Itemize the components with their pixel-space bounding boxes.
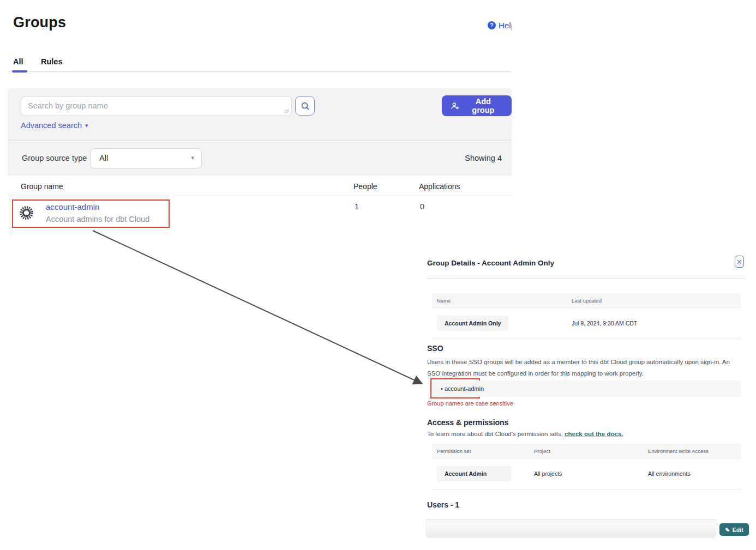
case-sensitive-warning: Group names are case sensitive <box>427 400 513 407</box>
table-header-divider <box>8 196 512 196</box>
permission-set-badge: Account Admin <box>437 466 511 481</box>
access-description: To learn more about dbt Cloud's permissi… <box>427 431 623 437</box>
applications-count: 0 <box>420 202 424 211</box>
filter-panel: Add group Advanced search ▾ Group source… <box>8 88 512 176</box>
panel-footer-bar <box>425 519 717 538</box>
sso-description: Users in these SSO groups will be added … <box>427 356 742 380</box>
add-group-label: Add group <box>464 97 503 114</box>
group-source-type-label: Group source type <box>22 154 87 162</box>
sso-group-list: account-admin <box>433 380 741 397</box>
last-updated-value: Jul 9, 2024, 9:30 AM CDT <box>567 312 741 334</box>
help-label: Help <box>499 21 512 30</box>
groups-admin-page: Groups ? Help All Rules <box>0 0 756 550</box>
tabs-divider <box>8 71 512 72</box>
help-icon: ? <box>488 21 496 29</box>
panel-title: Group Details - Account Admin Only <box>427 259 554 267</box>
add-group-button[interactable]: Add group <box>442 95 512 116</box>
active-tab-indicator <box>12 70 27 72</box>
column-header-last-updated: Last updated <box>567 293 741 307</box>
group-details-panel: Group Details - Account Admin Only Name … <box>427 252 745 546</box>
sso-heading: SSO <box>427 344 443 353</box>
advanced-search-toggle[interactable]: Advanced search ▾ <box>21 121 88 130</box>
pencil-icon: ✎ <box>725 527 730 533</box>
search-button[interactable] <box>295 96 315 116</box>
column-header-applications: Applications <box>419 182 460 191</box>
users-heading: Users - 1 <box>427 500 459 509</box>
table-row: Account Admin All projects All environme… <box>432 458 741 489</box>
panel-header-divider <box>427 278 745 279</box>
panel-divider <box>8 140 512 141</box>
name-table-header: Name Last updated <box>432 293 741 308</box>
column-header-name: Name <box>432 293 567 307</box>
sso-group-item: account-admin <box>433 385 484 392</box>
caret-down-icon: ▾ <box>85 122 88 129</box>
column-header-people: People <box>353 182 377 191</box>
tab-rules[interactable]: Rules <box>41 57 63 66</box>
showing-count: Showing 4 <box>465 154 502 162</box>
edit-label: Edit <box>733 527 743 533</box>
edit-button[interactable]: ✎ Edit <box>719 523 749 536</box>
permissions-table-header: Permission set Project Environment Write… <box>432 444 741 458</box>
table-row: Account Admin Only Jul 9, 2024, 9:30 AM … <box>432 308 741 339</box>
selected-source-type: All <box>99 154 108 162</box>
access-description-text: To learn more about dbt Cloud's permissi… <box>427 431 565 437</box>
column-header-permission-set: Permission set <box>432 444 529 458</box>
page-title: Groups <box>13 14 66 31</box>
highlight-rect-group-row <box>12 200 170 228</box>
column-header-group-name: Group name <box>21 182 63 191</box>
people-count: 1 <box>355 202 359 211</box>
tab-all[interactable]: All <box>13 57 23 66</box>
search-icon <box>300 101 310 111</box>
name-table: Name Last updated Account Admin Only Jul… <box>432 293 741 339</box>
project-value: All projects <box>529 463 643 485</box>
group-name-badge: Account Admin Only <box>437 316 508 331</box>
advanced-search-label: Advanced search <box>21 121 82 130</box>
search-input[interactable] <box>21 96 292 116</box>
column-header-environment-write-access: Environment Write Access <box>643 444 741 458</box>
close-icon[interactable] <box>735 256 744 268</box>
group-source-type-select[interactable]: All ▾ <box>90 148 202 168</box>
column-header-project: Project <box>529 444 643 458</box>
access-permissions-heading: Access & permissions <box>427 418 508 427</box>
permissions-table: Permission set Project Environment Write… <box>432 444 741 489</box>
caret-down-icon: ▾ <box>191 154 194 161</box>
add-user-icon <box>451 101 460 111</box>
environment-value: All environments <box>643 463 741 485</box>
docs-link[interactable]: check out the docs. <box>565 431 623 437</box>
help-link[interactable]: ? Help <box>488 21 512 30</box>
